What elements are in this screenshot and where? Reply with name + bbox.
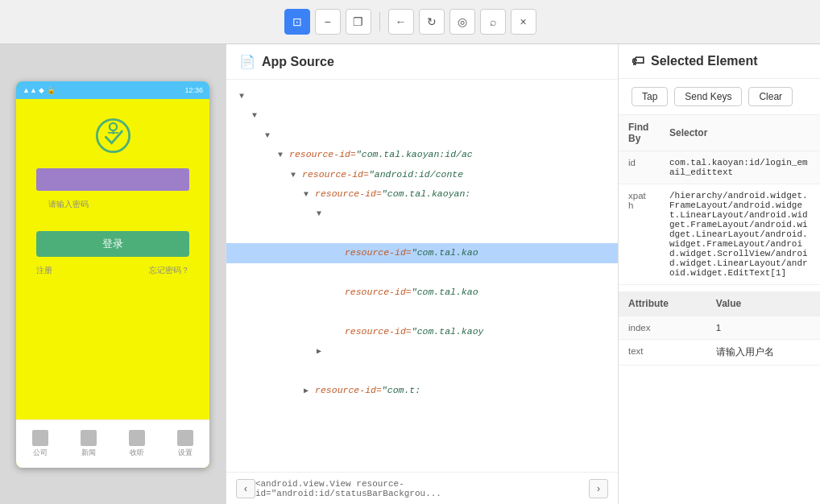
- forgot-link[interactable]: 忘记密码？: [149, 265, 189, 276]
- tree-toggle-3[interactable]: ▼: [278, 151, 288, 159]
- status-time: 12:36: [184, 86, 203, 94]
- attr-row-0: index 1: [619, 316, 820, 340]
- back-button[interactable]: ←: [388, 9, 414, 35]
- source-prev-button[interactable]: ‹: [236, 479, 255, 498]
- tag-name-12: resource-id="com.tal.kaoy: [339, 326, 483, 337]
- find-by-row-1: xpath /hierarchy/android.widget.FrameLay…: [619, 184, 820, 285]
- element-actions: Tap Send Keys Clear: [619, 79, 820, 115]
- tree-line-15[interactable]: ▶ resource-id="com.t:: [226, 381, 618, 400]
- element-panel: 🏷 Selected Element Tap Send Keys Clear F…: [619, 44, 820, 504]
- selector-val-0: com.tal.kaoyan:id/login_email_edittext: [660, 151, 820, 184]
- tree-line-4[interactable]: ▼ resource-id="android:id/conte: [226, 165, 618, 184]
- value-col-header: Value: [706, 291, 820, 316]
- nav-item-1[interactable]: 新闻: [81, 430, 97, 458]
- attr-value-8: "com.tal.kao: [412, 247, 478, 258]
- tree-toggle-2[interactable]: ▼: [265, 131, 270, 140]
- attr-value-10: "com.tal.kao: [412, 287, 478, 297]
- attr-value-3: "com.tal.kaoyan:id/ac: [356, 149, 473, 159]
- send-keys-button[interactable]: Send Keys: [674, 87, 742, 106]
- find-by-col-header: Find By: [619, 115, 660, 151]
- attr-value-5: "com.tal.kaoyan:: [382, 188, 470, 199]
- tag-name-4: resource-id="android:id/conte: [302, 169, 463, 180]
- tree-toggle-4[interactable]: ▼: [291, 171, 300, 180]
- attr-name-4: resource-id=: [302, 169, 369, 180]
- nav-label-1: 新闻: [81, 448, 96, 458]
- tree-line-12[interactable]: resource-id="com.tal.kaoy: [226, 322, 618, 341]
- nav-item-2[interactable]: 收听: [129, 430, 145, 458]
- close-button[interactable]: ×: [511, 9, 536, 35]
- attr-label-1: text: [619, 340, 706, 366]
- nav-label-3: 设置: [178, 448, 193, 458]
- attr-value-15: "com.t:: [382, 385, 420, 395]
- attr-label-0: index: [619, 316, 706, 340]
- tag-name-3: resource-id="com.tal.kaoyan:id/ac: [289, 149, 473, 159]
- eye-button[interactable]: ◎: [449, 9, 475, 35]
- element-header-label: Selected Element: [651, 54, 758, 68]
- source-header: 📄 App Source: [226, 44, 618, 80]
- tap-button[interactable]: Tap: [632, 87, 668, 106]
- tree-toggle-0[interactable]: ▼: [239, 92, 244, 101]
- tree-line-5[interactable]: ▼ resource-id="com.tal.kaoyan:: [226, 184, 618, 204]
- nav-label-2: 收听: [130, 448, 144, 458]
- tree-line-11[interactable]: [226, 302, 618, 321]
- clear-button[interactable]: Clear: [748, 87, 793, 106]
- attr-value-12: "com.tal.kaoy: [412, 326, 484, 337]
- tree-line-8[interactable]: resource-id="com.tal.kao: [226, 243, 618, 262]
- attribute-table: Attribute Value index 1 text 请输入用户名: [619, 291, 820, 366]
- tree-line-6[interactable]: ▼: [226, 204, 618, 223]
- expand-button[interactable]: ❐: [346, 9, 371, 35]
- attr-row-1: text 请输入用户名: [619, 340, 820, 366]
- source-tree[interactable]: ▼ ▼ ▼ ▼ resource-id="com.tal.kaoyan:id/a…: [226, 80, 618, 472]
- app-logo: [89, 112, 137, 160]
- tag-name-8: resource-id="com.tal.kao: [339, 247, 478, 258]
- source-header-icon: 📄: [239, 54, 255, 69]
- tree-line-13[interactable]: ▶: [226, 341, 618, 361]
- tree-toggle-5[interactable]: ▼: [304, 190, 313, 199]
- find-by-label-0: id: [619, 151, 660, 184]
- tree-line-14[interactable]: [226, 361, 618, 380]
- minus-button[interactable]: −: [315, 9, 341, 35]
- phone-body: 请输入密码 登录 注册 忘记密码？: [16, 99, 209, 289]
- nav-item-3[interactable]: 设置: [177, 430, 193, 458]
- tree-toggle-15[interactable]: ▶: [304, 386, 313, 395]
- find-by-table: Find By Selector id com.tal.kaoyan:id/lo…: [619, 115, 820, 285]
- phone-login-button[interactable]: 登录: [36, 231, 189, 257]
- status-signal: ▲▲ ◆ 🔒: [23, 86, 56, 94]
- attr-value-0: 1: [706, 316, 820, 340]
- tag-name-10: resource-id="com.tal.kao: [339, 287, 478, 297]
- tree-toggle-13[interactable]: ▶: [317, 347, 321, 356]
- tree-line-2[interactable]: ▼: [226, 126, 618, 145]
- attr-value-1: 请输入用户名: [706, 340, 820, 366]
- phone-device: ▲▲ ◆ 🔒 12:36 请输入密码: [16, 81, 209, 468]
- nav-label-0: 公司: [33, 448, 48, 458]
- source-footer: ‹ <android.view.View resource-id="androi…: [226, 472, 618, 504]
- phone-links: 注册 忘记密码？: [36, 265, 189, 276]
- tree-line-9[interactable]: [226, 263, 618, 283]
- find-by-row-0: id com.tal.kaoyan:id/login_email_edittex…: [619, 151, 820, 184]
- attr-name-5: resource-id=: [315, 188, 382, 199]
- phone-input-label: 请输入密码: [48, 199, 89, 210]
- attr-value-4: "android:id/conte: [369, 169, 463, 180]
- nav-item-0[interactable]: 公司: [32, 430, 48, 458]
- tree-toggle-6[interactable]: ▼: [317, 209, 321, 218]
- search-button[interactable]: ⌕: [480, 9, 506, 35]
- tree-line-3[interactable]: ▼ resource-id="com.tal.kaoyan:id/ac: [226, 145, 618, 164]
- source-header-label: App Source: [262, 55, 334, 69]
- tree-line-0[interactable]: ▼: [226, 86, 618, 105]
- phone-bottom-nav: 公司 新闻 收听 设置: [16, 419, 209, 468]
- tree-toggle-1[interactable]: ▼: [252, 111, 257, 120]
- phone-email-input[interactable]: [36, 168, 189, 191]
- screenshot-button[interactable]: ⊡: [284, 9, 310, 35]
- tree-line-7[interactable]: [226, 224, 618, 243]
- refresh-button[interactable]: ↻: [419, 9, 445, 35]
- tree-line-10[interactable]: resource-id="com.tal.kao: [226, 283, 618, 302]
- selector-col-header: Selector: [660, 115, 820, 151]
- selector-val-1: /hierarchy/android.widget.FrameLayout/an…: [660, 184, 820, 285]
- nav-icon-1: [81, 430, 97, 446]
- attr-col-header: Attribute: [619, 291, 706, 316]
- tree-line-1[interactable]: ▼: [226, 105, 618, 125]
- attr-name-3: resource-id=: [289, 149, 356, 159]
- register-link[interactable]: 注册: [36, 265, 52, 276]
- attr-name-8: resource-id=: [345, 247, 412, 258]
- source-next-button[interactable]: ›: [589, 479, 608, 498]
